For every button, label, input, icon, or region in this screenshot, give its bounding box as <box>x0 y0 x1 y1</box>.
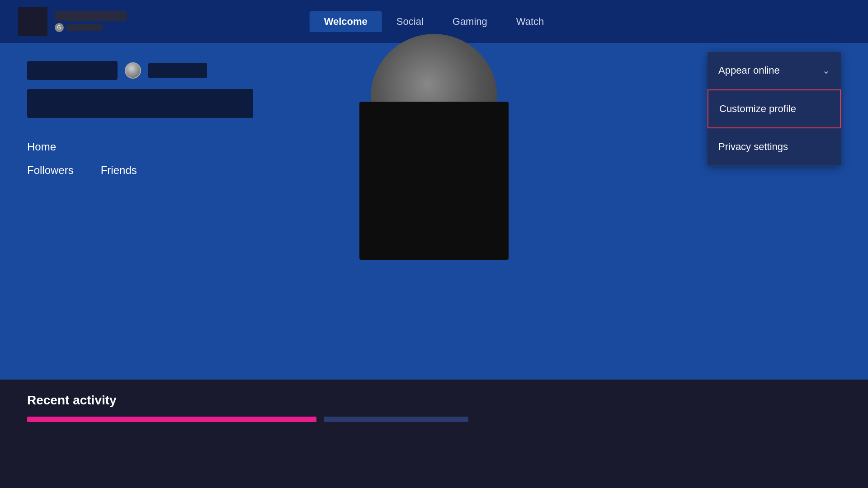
profile-nav-sub: Followers Friends <box>27 164 289 177</box>
privacy-settings-label: Privacy settings <box>718 141 788 153</box>
customize-profile-option[interactable]: Customize profile <box>708 89 841 128</box>
profile-name <box>27 61 118 80</box>
recent-activity-title: Recent activity <box>27 393 841 408</box>
nav-avatar <box>18 7 47 36</box>
profile-section: Home Followers Friends <box>27 61 289 177</box>
nav-tabs: Welcome Social Gaming Watch <box>310 11 559 32</box>
nav-username <box>55 11 127 21</box>
nav-user-info: G <box>55 11 127 32</box>
dropdown-menu: Appear online ⌄ Customize profile Privac… <box>708 52 841 166</box>
recent-activity-section: Recent activity <box>0 380 868 488</box>
nav-gamertag-row: G <box>55 23 127 32</box>
activity-bar-pink <box>27 417 316 422</box>
profile-bio <box>27 89 253 118</box>
gamerscore-icon: G <box>55 23 64 32</box>
avatar-body <box>359 102 509 260</box>
chevron-down-icon: ⌄ <box>822 65 830 76</box>
nav-followers[interactable]: Followers <box>27 164 74 177</box>
nav-home[interactable]: Home <box>27 141 289 153</box>
profile-score <box>148 63 207 78</box>
nav-gamerscore <box>66 24 103 31</box>
tab-watch[interactable]: Watch <box>502 11 559 32</box>
main-content: Home Followers Friends Appear online ⌄ C… <box>0 43 868 380</box>
appear-online-option[interactable]: Appear online ⌄ <box>708 52 841 89</box>
tab-social[interactable]: Social <box>382 11 438 32</box>
tab-welcome[interactable]: Welcome <box>310 11 382 32</box>
tab-gaming[interactable]: Gaming <box>438 11 502 32</box>
profile-header <box>27 61 289 80</box>
avatar-container <box>359 43 509 264</box>
activity-bars <box>27 417 841 422</box>
nav-user-section: G <box>18 7 127 36</box>
profile-gamerscore-icon <box>125 62 141 79</box>
nav-friends[interactable]: Friends <box>101 164 137 177</box>
appear-online-label: Appear online <box>718 65 780 76</box>
profile-nav: Home Followers Friends <box>27 141 289 177</box>
activity-bar-blue <box>324 417 468 422</box>
customize-profile-label: Customize profile <box>719 103 796 115</box>
privacy-settings-option[interactable]: Privacy settings <box>708 128 841 166</box>
